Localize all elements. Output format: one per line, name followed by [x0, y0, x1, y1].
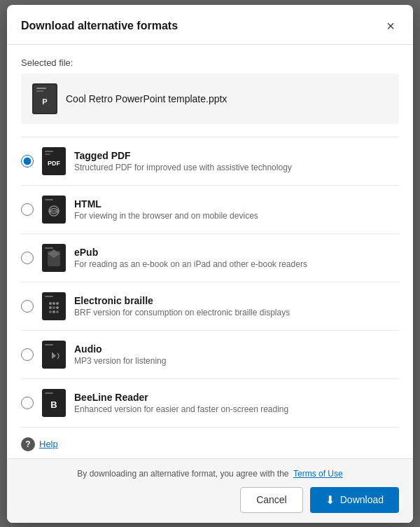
help-icon: ?	[21, 437, 35, 451]
modal-title: Download alternative formats	[21, 20, 178, 32]
format-desc-tagged-pdf: Structured PDF for improved use with ass…	[74, 163, 399, 172]
close-button[interactable]: ×	[382, 18, 399, 34]
format-radio-tagged-pdf[interactable]	[21, 155, 34, 167]
format-item-braille[interactable]: Electronic braille BRF version for consu…	[21, 282, 399, 330]
format-text-epub: ePub For reading as an e-book on an iPad…	[74, 247, 399, 269]
format-text-tagged-pdf: Tagged PDF Structured PDF for improved u…	[74, 150, 399, 172]
svg-text:PDF: PDF	[48, 160, 61, 167]
format-icon-epub	[42, 244, 66, 272]
format-name-braille: Electronic braille	[74, 295, 399, 306]
svg-rect-27	[45, 296, 53, 297]
svg-point-19	[52, 302, 55, 305]
svg-rect-32	[45, 392, 53, 394]
svg-rect-16	[45, 247, 53, 249]
format-icon-html	[42, 196, 66, 224]
format-name-tagged-pdf: Tagged PDF	[74, 150, 399, 161]
download-label: Download	[340, 494, 384, 505]
terms-text: By downloading an alternative format, yo…	[21, 469, 399, 479]
format-desc-epub: For reading as an e-book on an iPad and …	[74, 259, 399, 269]
file-pptx-icon: P	[32, 83, 57, 114]
svg-rect-8	[45, 153, 50, 155]
format-name-epub: ePub	[74, 247, 399, 258]
format-desc-braille: BRF version for consumption on electroni…	[74, 308, 399, 317]
svg-text:P: P	[42, 97, 47, 106]
modal-body: Selected file: P Cool Retro PowerPoint t…	[7, 45, 413, 458]
format-list: PDF Tagged PDF Structured PDF for improv…	[21, 137, 399, 427]
svg-point-21	[49, 306, 52, 309]
format-item-tagged-pdf[interactable]: PDF Tagged PDF Structured PDF for improv…	[21, 137, 399, 185]
svg-point-22	[52, 306, 55, 309]
terms-link[interactable]: Terms of Use	[293, 469, 343, 479]
selected-file-label: Selected file:	[21, 57, 399, 68]
modal-header: Download alternative formats ×	[7, 5, 413, 45]
format-radio-html[interactable]	[21, 203, 34, 216]
svg-rect-7	[45, 151, 53, 152]
format-name-html: HTML	[74, 198, 399, 210]
svg-rect-12	[45, 199, 53, 200]
format-name-audio: Audio	[74, 343, 399, 355]
svg-point-25	[52, 310, 55, 313]
svg-point-23	[56, 306, 59, 309]
format-text-braille: Electronic braille BRF version for consu…	[74, 295, 399, 317]
format-icon-audio	[42, 341, 66, 369]
download-icon: ⬇	[326, 493, 335, 507]
format-icon-tagged-pdf: PDF	[42, 147, 66, 175]
download-button[interactable]: ⬇ Download	[310, 487, 399, 513]
format-item-beeline[interactable]: B BeeLine Reader Enhanced version for ea…	[21, 378, 399, 427]
terms-prefix: By downloading an alternative format, yo…	[77, 469, 288, 479]
format-item-epub[interactable]: ePub For reading as an e-book on an iPad…	[21, 233, 399, 282]
svg-text:B: B	[50, 399, 57, 410]
download-modal: Download alternative formats × Selected …	[7, 5, 413, 523]
format-radio-epub[interactable]	[21, 252, 34, 264]
format-desc-html: For viewing in the browser and on mobile…	[74, 211, 399, 221]
format-icon-beeline: B	[42, 389, 66, 417]
help-link[interactable]: Help	[39, 439, 58, 449]
svg-rect-4	[36, 90, 43, 92]
svg-point-26	[56, 310, 59, 313]
format-icon-braille	[42, 292, 66, 320]
help-section: ? Help	[21, 427, 399, 458]
format-text-beeline: BeeLine Reader Enhanced version for easi…	[74, 392, 399, 414]
format-text-audio: Audio MP3 version for listening	[74, 343, 399, 366]
format-radio-beeline[interactable]	[21, 397, 34, 409]
format-item-html[interactable]: HTML For viewing in the browser and on m…	[21, 185, 399, 233]
cancel-button[interactable]: Cancel	[240, 487, 303, 513]
svg-point-20	[56, 302, 59, 305]
format-radio-braille[interactable]	[21, 300, 34, 313]
selected-file-name: Cool Retro PowerPoint template.pptx	[66, 93, 227, 104]
svg-point-18	[49, 302, 52, 305]
selected-file-box: P Cool Retro PowerPoint template.pptx	[21, 74, 399, 124]
format-item-audio[interactable]: Audio MP3 version for listening	[21, 330, 399, 378]
footer-buttons: Cancel ⬇ Download	[21, 487, 399, 513]
format-text-html: HTML For viewing in the browser and on m…	[74, 198, 399, 221]
modal-footer: By downloading an alternative format, yo…	[7, 458, 413, 523]
svg-rect-29	[45, 344, 53, 345]
format-desc-beeline: Enhanced version for easier and faster o…	[74, 404, 399, 414]
svg-point-24	[49, 310, 52, 313]
svg-rect-3	[36, 88, 46, 89]
format-radio-audio[interactable]	[21, 348, 34, 361]
format-desc-audio: MP3 version for listening	[74, 356, 399, 366]
format-name-beeline: BeeLine Reader	[74, 392, 399, 403]
